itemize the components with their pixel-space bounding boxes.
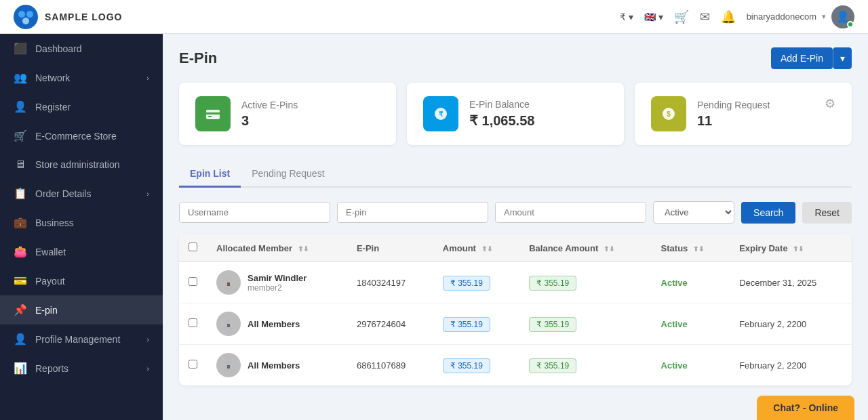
stats-row: Active E-Pins 3 ₹ E-Pin Balance ₹ 1,065.… (179, 83, 852, 145)
table-row: Samir Windler member2 1840324197 ₹ 355.1… (179, 262, 852, 303)
svg-rect-5 (206, 112, 220, 114)
row-checkbox-cell (179, 303, 207, 345)
select-all-checkbox[interactable] (189, 243, 197, 251)
sidebar-item-business[interactable]: 💼 Business (0, 208, 163, 237)
filter-row: Active Inactive All Search Reset (179, 201, 852, 224)
add-epin-dropdown-button[interactable]: ▾ (833, 47, 852, 69)
member-sub: member2 (248, 283, 307, 293)
sort-icon-expiry: ⬆⬇ (793, 245, 804, 253)
chat-widget[interactable]: Chat? - Online (757, 396, 854, 420)
sidebar-item-store-admin[interactable]: 🖥 Store administration (0, 150, 163, 179)
main-content: E-Pin Add E-Pin ▾ Active E-Pins 3 ₹ (163, 34, 868, 420)
pending-request-label: Pending Request (697, 100, 770, 110)
network-icon: 👥 (14, 71, 27, 84)
amount-value: ₹ 355.19 (433, 303, 519, 345)
header-amount: Amount ⬆⬇ (433, 234, 519, 262)
svg-point-3 (22, 18, 29, 24)
stat-card-pending-request: $ Pending Request 11 ⚙ (635, 83, 852, 145)
tab-pending-request[interactable]: Pending Request (241, 161, 335, 188)
epin-input[interactable] (337, 202, 488, 223)
currency-selector[interactable]: ₹ ▾ (620, 12, 633, 22)
row-checkbox[interactable] (189, 360, 197, 369)
table-row: All Members 6861107689 ₹ 355.19 ₹ 355.19… (179, 345, 852, 386)
balance-value: ₹ 355.19 (519, 345, 651, 386)
header-status: Status ⬆⬇ (652, 234, 730, 262)
sidebar-item-dashboard[interactable]: ⬛ Dashboard (0, 34, 163, 63)
profile-icon: 👤 (14, 333, 27, 345)
active-epins-value: 3 (241, 113, 298, 129)
add-epin-button-group: Add E-Pin ▾ (771, 47, 852, 69)
svg-point-2 (26, 11, 33, 18)
member-name: All Members (248, 360, 300, 371)
bell-icon[interactable]: 🔔 (721, 9, 736, 24)
svg-point-14 (226, 319, 231, 324)
row-checkbox[interactable] (189, 277, 197, 286)
sidebar-item-label: E-Commerce Store (35, 131, 149, 142)
svg-rect-19 (227, 365, 230, 369)
topbar-right: ₹ ▾ 🇬🇧 ▾ 🛒 ✉ 🔔 binaryaddonecom ▾ 👤 (620, 5, 854, 28)
sort-icon-amount: ⬆⬇ (481, 245, 492, 253)
online-dot (847, 21, 854, 28)
search-button[interactable]: Search (741, 202, 795, 224)
user-name: binaryaddonecom (747, 12, 816, 22)
sidebar-item-label: Order Details (35, 188, 138, 199)
svg-text:₹: ₹ (439, 110, 443, 118)
ewallet-icon: 👛 (14, 245, 27, 258)
amount-input[interactable] (495, 202, 646, 223)
table-header-row: Allocated Member ⬆⬇ E-Pin Amount ⬆⬇ Bala… (179, 234, 852, 262)
sidebar-item-register[interactable]: 👤 Register (0, 92, 163, 121)
epin-value: 2976724604 (347, 303, 433, 345)
svg-rect-13 (227, 282, 230, 286)
status-select[interactable]: Active Inactive All (653, 201, 734, 224)
tabs: Epin List Pending Request (179, 161, 852, 188)
sort-icon: ⬆⬇ (298, 245, 309, 253)
user-menu[interactable]: binaryaddonecom ▾ 👤 (747, 5, 854, 28)
logo-icon (14, 5, 38, 29)
sidebar-item-reports[interactable]: 📊 Reports › (0, 354, 163, 383)
pending-request-icon: $ (651, 96, 686, 131)
sidebar-item-ewallet[interactable]: 👛 Ewallet (0, 237, 163, 266)
username-input[interactable] (179, 202, 330, 223)
svg-text:$: $ (667, 110, 671, 118)
tab-epin-list[interactable]: Epin List (179, 161, 241, 188)
language-selector[interactable]: 🇬🇧 ▾ (644, 12, 663, 22)
sidebar-item-orders[interactable]: 📋 Order Details › (0, 179, 163, 208)
sidebar-item-label: E-pin (35, 305, 149, 316)
logo-text: SAMPLE LOGO (45, 12, 122, 22)
row-checkbox-cell (179, 345, 207, 386)
sidebar-item-profile[interactable]: 👤 Profile Management › (0, 324, 163, 354)
header-balance-amount: Balance Amount ⬆⬇ (519, 234, 651, 262)
cart-icon[interactable]: 🛒 (674, 9, 689, 24)
sidebar-item-payout[interactable]: 💳 Payout (0, 266, 163, 295)
expiry-value: February 2, 2200 (730, 303, 852, 345)
status-value: Active (652, 262, 730, 303)
epin-table: Allocated Member ⬆⬇ E-Pin Amount ⬆⬇ Bala… (179, 234, 852, 385)
avatar: 👤 (831, 5, 854, 28)
sidebar-item-epin[interactable]: 📌 E-pin (0, 295, 163, 324)
epin-value: 6861107689 (347, 345, 433, 386)
settings-icon[interactable]: ⚙ (825, 96, 835, 111)
sidebar-item-label: Dashboard (35, 43, 149, 54)
row-checkbox[interactable] (189, 318, 197, 327)
topbar: SAMPLE LOGO ₹ ▾ 🇬🇧 ▾ 🛒 ✉ 🔔 binaryaddonec… (0, 0, 868, 34)
row-checkbox-cell (179, 262, 207, 303)
sidebar-item-label: Payout (35, 276, 149, 287)
table-row: All Members 2976724604 ₹ 355.19 ₹ 355.19… (179, 303, 852, 345)
business-icon: 💼 (14, 216, 27, 229)
sort-icon-balance: ⬆⬇ (604, 245, 614, 253)
ecommerce-icon: 🛒 (14, 129, 27, 142)
sidebar-item-label: Ewallet (35, 247, 149, 257)
member-avatar (216, 353, 241, 377)
amount-value: ₹ 355.19 (433, 345, 519, 386)
sidebar-item-ecommerce[interactable]: 🛒 E-Commerce Store (0, 121, 163, 150)
svg-point-17 (226, 360, 231, 366)
sidebar-item-network[interactable]: 👥 Network › (0, 63, 163, 92)
dashboard-icon: ⬛ (14, 42, 27, 55)
add-epin-button[interactable]: Add E-Pin (771, 47, 833, 69)
expiry-value: February 2, 2200 (730, 345, 852, 386)
svg-rect-6 (208, 116, 212, 117)
epin-icon: 📌 (14, 303, 27, 316)
mail-icon[interactable]: ✉ (700, 9, 710, 24)
amount-value: ₹ 355.19 (433, 262, 519, 303)
reset-button[interactable]: Reset (802, 202, 852, 224)
